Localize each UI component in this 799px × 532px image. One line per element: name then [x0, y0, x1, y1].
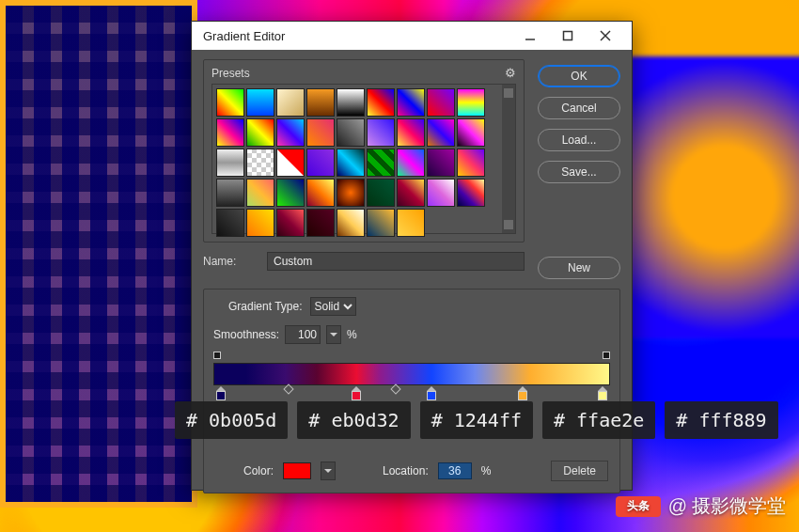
preset-swatch[interactable]: [397, 149, 425, 177]
preset-swatch[interactable]: [246, 88, 274, 117]
load-button[interactable]: Load...: [538, 129, 620, 151]
preset-swatch[interactable]: [427, 179, 455, 207]
smoothness-dropdown[interactable]: [326, 325, 341, 344]
presets-panel: Presets ⚙︎: [203, 59, 525, 243]
presets-label: Presets: [212, 67, 505, 80]
location-label: Location:: [383, 464, 429, 477]
midpoint-diamond[interactable]: [284, 383, 294, 394]
maximize-button[interactable]: [549, 25, 587, 46]
preset-swatch[interactable]: [306, 149, 335, 177]
gear-icon[interactable]: ⚙︎: [505, 66, 516, 80]
preset-swatch[interactable]: [397, 118, 425, 147]
preset-swatch[interactable]: [216, 209, 244, 237]
watermark-name: 摄影微学堂: [692, 493, 786, 519]
hex-callouts: # 0b005d# eb0d32# 1244ff# ffae2e# fff889: [175, 401, 778, 439]
color-stop[interactable]: [352, 389, 361, 400]
preset-swatch[interactable]: [367, 209, 395, 237]
opacity-stop-right[interactable]: [603, 352, 610, 359]
cancel-button[interactable]: Cancel: [538, 97, 620, 119]
presets-scrollbox: [212, 84, 516, 234]
color-stop[interactable]: [518, 389, 527, 400]
preset-swatch[interactable]: [216, 118, 244, 147]
preset-swatch[interactable]: [337, 118, 365, 147]
preset-swatch[interactable]: [337, 149, 365, 177]
preset-swatch[interactable]: [337, 88, 365, 117]
opacity-stop-left[interactable]: [213, 352, 221, 359]
preset-swatch[interactable]: [367, 149, 395, 177]
preset-swatch[interactable]: [306, 118, 335, 147]
ok-button[interactable]: OK: [538, 65, 620, 87]
color-label: Color:: [243, 464, 274, 477]
minimize-button[interactable]: [511, 25, 549, 46]
preset-swatch[interactable]: [306, 179, 335, 207]
hex-callout: # fff889: [665, 401, 777, 439]
preset-swatch[interactable]: [367, 118, 395, 147]
preset-swatch[interactable]: [367, 88, 395, 117]
preset-swatch[interactable]: [367, 179, 395, 207]
svg-rect-1: [564, 32, 572, 40]
color-stop[interactable]: [216, 389, 226, 400]
preset-swatch[interactable]: [306, 88, 335, 117]
presets-scrollbar[interactable]: [502, 85, 515, 233]
preset-swatch[interactable]: [276, 88, 305, 117]
color-stop[interactable]: [427, 389, 436, 400]
preset-swatch[interactable]: [246, 209, 274, 237]
preset-swatch[interactable]: [216, 179, 244, 207]
percent-label-2: %: [481, 464, 492, 477]
color-stop[interactable]: [598, 389, 607, 400]
smoothness-input[interactable]: [285, 325, 321, 344]
preset-swatch[interactable]: [216, 149, 244, 177]
preset-swatch[interactable]: [246, 149, 274, 177]
preset-swatch[interactable]: [246, 118, 274, 147]
color-dropdown[interactable]: [321, 462, 336, 480]
preset-swatch[interactable]: [397, 209, 425, 237]
new-button[interactable]: New: [538, 257, 620, 279]
midpoint-diamond[interactable]: [390, 383, 400, 394]
preset-swatch[interactable]: [397, 88, 425, 117]
preset-swatch[interactable]: [397, 179, 425, 207]
preset-swatch[interactable]: [427, 118, 455, 147]
preset-swatch[interactable]: [427, 88, 455, 117]
gradient-type-select[interactable]: Solid: [310, 297, 356, 316]
preset-swatch[interactable]: [306, 209, 335, 237]
location-input[interactable]: 36: [438, 462, 472, 479]
preset-swatch[interactable]: [216, 88, 244, 117]
window-title: Gradient Editor: [203, 29, 511, 43]
preset-swatch[interactable]: [276, 118, 305, 147]
delete-button[interactable]: Delete: [551, 461, 608, 481]
percent-label-1: %: [347, 328, 357, 341]
watermark-at: @: [668, 495, 687, 517]
name-input[interactable]: [267, 252, 525, 271]
close-button[interactable]: [587, 25, 624, 46]
gradient-settings-panel: Gradient Type: Solid Smoothness: %: [203, 289, 620, 493]
color-swatch[interactable]: [283, 462, 311, 479]
preset-swatch[interactable]: [427, 149, 455, 177]
gradient-bar[interactable]: [213, 363, 610, 385]
preset-swatch[interactable]: [457, 88, 485, 117]
watermark-badge: 头条: [616, 496, 661, 517]
preset-swatch[interactable]: [337, 179, 365, 207]
gradient-type-label: Gradient Type:: [228, 300, 303, 313]
preset-swatch[interactable]: [276, 209, 305, 237]
presets-grid: [212, 85, 502, 233]
preset-swatch[interactable]: [276, 149, 305, 177]
preset-swatch[interactable]: [337, 209, 365, 237]
preset-swatch[interactable]: [457, 118, 485, 147]
preset-swatch[interactable]: [457, 179, 485, 207]
save-button[interactable]: Save...: [538, 161, 620, 183]
preset-swatch[interactable]: [276, 179, 305, 207]
hex-callout: # ffae2e: [542, 401, 655, 439]
name-label: Name:: [203, 255, 259, 268]
preset-swatch[interactable]: [246, 179, 274, 207]
hex-callout: # 1244ff: [420, 401, 533, 439]
gradient-ramp[interactable]: [213, 352, 610, 406]
hex-callout: # eb0d32: [297, 401, 410, 439]
titlebar: Gradient Editor: [192, 22, 632, 50]
preset-swatch[interactable]: [457, 149, 485, 177]
watermark: 头条 @ 摄影微学堂: [616, 493, 786, 519]
smoothness-label: Smoothness:: [213, 328, 279, 341]
hex-callout: # 0b005d: [175, 401, 288, 439]
